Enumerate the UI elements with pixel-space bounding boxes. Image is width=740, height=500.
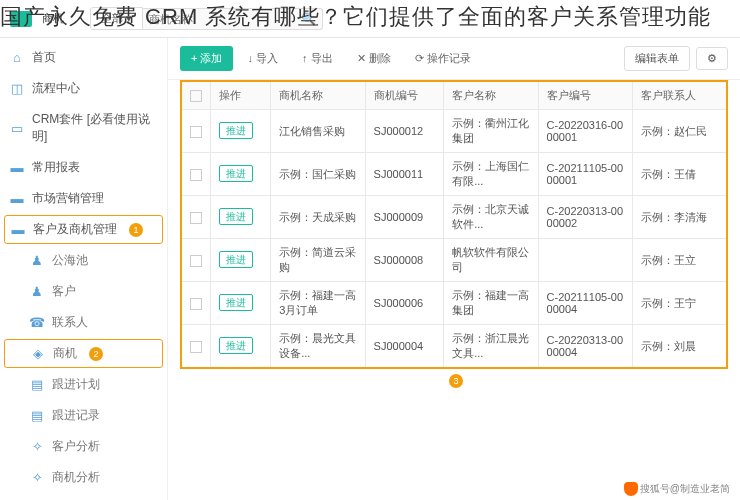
sidebar-item-label: 常用报表 <box>32 159 80 176</box>
settings-icon[interactable]: ⚙ <box>696 47 728 70</box>
toolbar: + 添加 ↓ 导入 ↑ 导出 ✕ 删除 ⟳ 操作记录 编辑表单 ⚙ <box>168 38 740 80</box>
sidebar-item-首页[interactable]: ⌂首页 <box>0 42 167 73</box>
sidebar-item-label: 市场营销管理 <box>32 190 104 207</box>
row-checkbox[interactable] <box>190 255 202 267</box>
promote-button[interactable]: 推进 <box>219 337 253 354</box>
cell-code: SJ000006 <box>365 282 444 325</box>
cell-cust: 示例：浙江晨光文具... <box>444 325 538 369</box>
cell-code: SJ000012 <box>365 110 444 153</box>
cell-cust: 示例：衢州江化集团 <box>444 110 538 153</box>
cell-contact: 示例：李清海 <box>633 196 728 239</box>
sidebar-item-商机分析[interactable]: ✧商机分析 <box>0 462 167 493</box>
cell-contact: 示例：王倩 <box>633 153 728 196</box>
table-footer-badge-row: 3 <box>180 369 728 392</box>
col-header: 客户名称 <box>444 81 538 110</box>
sidebar-icon: ▬ <box>11 223 25 237</box>
sidebar-item-常用报表[interactable]: ▬常用报表 <box>0 152 167 183</box>
sidebar-badge: 1 <box>129 223 143 237</box>
add-button[interactable]: + 添加 <box>180 46 233 71</box>
promote-button[interactable]: 推进 <box>219 294 253 311</box>
promote-button[interactable]: 推进 <box>219 165 253 182</box>
edit-form-button[interactable]: 编辑表单 <box>624 46 690 71</box>
sidebar-icon: ▤ <box>30 378 44 392</box>
history-button[interactable]: ⟳ 操作记录 <box>405 47 481 70</box>
sidebar-item-跟进记录[interactable]: ▤跟进记录 <box>0 400 167 431</box>
col-header: 操作 <box>211 81 271 110</box>
table-row: 推进示例：天成采购SJ000009示例：北京天诚软件...C-20220313-… <box>181 196 727 239</box>
watermark-text: 搜狐号@制造业老简 <box>640 482 730 496</box>
sidebar-item-商机[interactable]: ◈商机2 <box>4 339 163 368</box>
cell-contact: 示例：刘晨 <box>633 325 728 369</box>
sidebar-item-CRM套件 [必看使用说明][interactable]: ▭CRM套件 [必看使用说明] <box>0 104 167 152</box>
sidebar-icon: ✧ <box>30 471 44 485</box>
sidebar-icon: ◈ <box>31 347 45 361</box>
sidebar-item-市场营销管理[interactable]: ▬市场营销管理 <box>0 183 167 214</box>
cell-cust: 示例：北京天诚软件... <box>444 196 538 239</box>
cell-cust_code: C-20220313-0000002 <box>538 196 632 239</box>
watermark: 搜狐号@制造业老简 <box>624 482 730 496</box>
sidebar-item-跟进计划[interactable]: ▤跟进计划 <box>0 369 167 400</box>
import-button[interactable]: ↓ 导入 <box>237 47 288 70</box>
sidebar-item-客户[interactable]: ♟客户 <box>0 276 167 307</box>
main: + 添加 ↓ 导入 ↑ 导出 ✕ 删除 ⟳ 操作记录 编辑表单 ⚙ 操作商机名称… <box>168 38 740 500</box>
overlay-title: 国产永久免费 CRM 系统有哪些？它们提供了全面的客户关系管理功能 <box>0 2 711 32</box>
cell-cust_code: C-20220313-0000004 <box>538 325 632 369</box>
sidebar-icon: ▬ <box>10 192 24 206</box>
sidebar-icon: ♟ <box>30 285 44 299</box>
sidebar-item-label: 首页 <box>32 49 56 66</box>
cell-cust_code: C-20211105-0000004 <box>538 282 632 325</box>
cell-name: 江化销售采购 <box>271 110 365 153</box>
table-badge-3: 3 <box>449 374 463 388</box>
promote-button[interactable]: 推进 <box>219 122 253 139</box>
cell-name: 示例：晨光文具设备... <box>271 325 365 369</box>
sohu-fox-icon <box>624 482 638 496</box>
col-header: 商机编号 <box>365 81 444 110</box>
sidebar-item-产品报价管理[interactable]: ▬产品报价管理 <box>0 493 167 500</box>
sidebar-item-label: 客户及商机管理 <box>33 221 117 238</box>
cell-code: SJ000008 <box>365 239 444 282</box>
table-row: 推进江化销售采购SJ000012示例：衢州江化集团C-20220316-0000… <box>181 110 727 153</box>
row-checkbox[interactable] <box>190 212 202 224</box>
sidebar-item-联系人[interactable]: ☎联系人 <box>0 307 167 338</box>
sidebar-item-label: CRM套件 [必看使用说明] <box>32 111 157 145</box>
cell-contact: 示例：王宁 <box>633 282 728 325</box>
sidebar-item-label: 流程中心 <box>32 80 80 97</box>
sidebar-item-label: 联系人 <box>52 314 88 331</box>
sidebar-item-label: 商机 <box>53 345 77 362</box>
col-header <box>181 81 211 110</box>
promote-button[interactable]: 推进 <box>219 251 253 268</box>
sidebar: ⌂首页◫流程中心▭CRM套件 [必看使用说明]▬常用报表▬市场营销管理▬客户及商… <box>0 38 168 500</box>
sidebar-icon: ⌂ <box>10 51 24 65</box>
sidebar-badge: 2 <box>89 347 103 361</box>
row-checkbox[interactable] <box>190 169 202 181</box>
sidebar-item-label: 跟进记录 <box>52 407 100 424</box>
sidebar-item-客户分析[interactable]: ✧客户分析 <box>0 431 167 462</box>
cell-code: SJ000004 <box>365 325 444 369</box>
cell-name: 示例：福建一高3月订单 <box>271 282 365 325</box>
row-checkbox[interactable] <box>190 298 202 310</box>
sidebar-item-label: 跟进计划 <box>52 376 100 393</box>
promote-button[interactable]: 推进 <box>219 208 253 225</box>
row-checkbox[interactable] <box>190 126 202 138</box>
sidebar-item-label: 公海池 <box>52 252 88 269</box>
delete-button[interactable]: ✕ 删除 <box>347 47 401 70</box>
row-checkbox[interactable] <box>190 341 202 353</box>
sidebar-item-客户及商机管理[interactable]: ▬客户及商机管理1 <box>4 215 163 244</box>
sidebar-item-label: 客户分析 <box>52 438 100 455</box>
table-row: 推进示例：国仁采购SJ000011示例：上海国仁有限...C-20211105-… <box>181 153 727 196</box>
sidebar-icon: ◫ <box>10 82 24 96</box>
sidebar-icon: ♟ <box>30 254 44 268</box>
col-header: 商机名称 <box>271 81 365 110</box>
table-row: 推进示例：简道云采购SJ000008帆软软件有限公司示例：王立 <box>181 239 727 282</box>
cell-name: 示例：天成采购 <box>271 196 365 239</box>
export-button[interactable]: ↑ 导出 <box>292 47 343 70</box>
sidebar-item-流程中心[interactable]: ◫流程中心 <box>0 73 167 104</box>
cell-cust_code <box>538 239 632 282</box>
table-row: 推进示例：晨光文具设备...SJ000004示例：浙江晨光文具...C-2022… <box>181 325 727 369</box>
cell-code: SJ000009 <box>365 196 444 239</box>
sidebar-item-label: 商机分析 <box>52 469 100 486</box>
table-wrap: 操作商机名称商机编号客户名称客户编号客户联系人 推进江化销售采购SJ000012… <box>168 80 740 500</box>
sidebar-item-公海池[interactable]: ♟公海池 <box>0 245 167 276</box>
cell-contact: 示例：王立 <box>633 239 728 282</box>
select-all-checkbox[interactable] <box>190 90 202 102</box>
